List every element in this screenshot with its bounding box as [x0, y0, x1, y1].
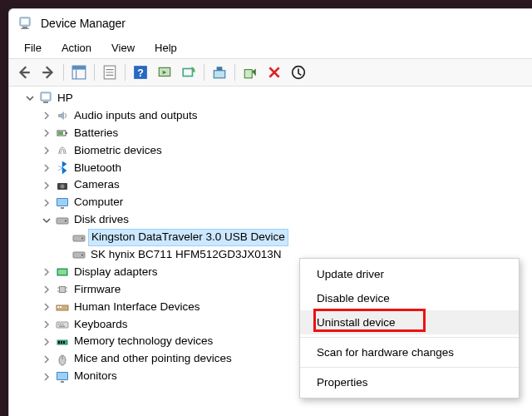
- svg-rect-61: [61, 381, 64, 383]
- svg-rect-30: [61, 207, 64, 209]
- menu-separator: [300, 367, 519, 368]
- window-title: Device Manager: [41, 17, 126, 30]
- svg-rect-46: [57, 306, 59, 308]
- node-label: Kingston DataTraveler 3.0 USB Device: [89, 230, 288, 245]
- toolbar: ?: [9, 58, 532, 87]
- svg-rect-60: [57, 373, 67, 379]
- menu-bar: File Action View Help: [9, 37, 532, 58]
- svg-rect-52: [59, 326, 65, 328]
- disk-icon: [71, 230, 86, 245]
- show-hide-tree-button[interactable]: [67, 62, 91, 83]
- svg-point-36: [81, 255, 83, 256]
- svg-rect-3: [21, 28, 29, 29]
- expand-icon[interactable]: [41, 371, 52, 383]
- menu-action[interactable]: Action: [53, 39, 100, 57]
- expand-icon[interactable]: [41, 354, 52, 365]
- svg-rect-47: [60, 306, 62, 308]
- ctx-scan-hardware[interactable]: Scan for hardware changes: [300, 340, 519, 364]
- ctx-disable-device[interactable]: Disable device: [300, 286, 519, 310]
- node-label: Firmware: [72, 282, 122, 298]
- node-label: HP: [56, 91, 75, 106]
- node-label: Batteries: [72, 126, 120, 141]
- category-node[interactable]: Biometric devices: [41, 142, 532, 160]
- svg-rect-40: [60, 287, 65, 292]
- keyboard-icon: [55, 317, 70, 332]
- forward-button[interactable]: [37, 62, 60, 83]
- collapse-icon[interactable]: [41, 215, 52, 226]
- view-devices-button[interactable]: [153, 62, 176, 83]
- menu-help[interactable]: Help: [146, 39, 185, 57]
- disable-device-button[interactable]: [263, 62, 286, 83]
- category-node[interactable]: Batteries: [41, 125, 532, 142]
- camera-icon: [55, 178, 70, 193]
- app-icon: [17, 16, 32, 31]
- category-node[interactable]: Cameras: [41, 176, 532, 194]
- svg-rect-18: [244, 70, 252, 78]
- hid-icon: [55, 300, 70, 314]
- node-label: Audio inputs and outputs: [72, 108, 200, 124]
- node-label: Memory technology devices: [72, 334, 214, 349]
- category-node[interactable]: Computer: [41, 194, 532, 211]
- svg-rect-49: [58, 324, 60, 325]
- svg-rect-56: [63, 341, 65, 344]
- memory-icon: [55, 334, 70, 349]
- category-node-expanded[interactable]: Disk drives: [41, 211, 532, 229]
- title-bar: Device Manager: [9, 9, 532, 37]
- device-node-selected[interactable]: Kingston DataTraveler 3.0 USB Device: [57, 229, 532, 246]
- back-button[interactable]: [12, 62, 36, 83]
- ctx-properties[interactable]: Properties: [300, 370, 519, 394]
- expand-icon[interactable]: [24, 92, 36, 104]
- properties-button[interactable]: [98, 62, 121, 83]
- disk-icon: [55, 213, 70, 228]
- uninstall-device-button[interactable]: [287, 62, 310, 83]
- menu-file[interactable]: File: [16, 39, 50, 57]
- expand-icon[interactable]: [41, 266, 52, 278]
- menu-separator: [300, 337, 519, 338]
- ctx-uninstall-device[interactable]: Uninstall device: [300, 310, 519, 334]
- enable-device-button[interactable]: [239, 62, 262, 83]
- node-label: Mice and other pointing devices: [72, 351, 234, 367]
- svg-rect-51: [62, 324, 64, 325]
- battery-icon: [55, 126, 70, 141]
- disk-icon: [71, 247, 86, 262]
- expand-icon[interactable]: [41, 180, 52, 191]
- svg-point-32: [65, 220, 66, 221]
- update-driver-button[interactable]: [208, 62, 231, 83]
- svg-text:?: ?: [137, 67, 144, 79]
- svg-rect-2: [22, 27, 27, 28]
- expand-icon[interactable]: [41, 336, 52, 348]
- expand-icon[interactable]: [41, 162, 52, 174]
- root-node[interactable]: HP: [24, 90, 532, 107]
- node-label: Disk drives: [72, 212, 131, 228]
- node-label: Keyboards: [72, 317, 130, 333]
- svg-rect-29: [57, 199, 67, 206]
- node-label: SK hynix BC711 HFM512GD3JX013N: [89, 247, 283, 263]
- node-label: Computer: [72, 195, 125, 210]
- scan-hardware-button[interactable]: [177, 62, 200, 83]
- chip-icon: [55, 282, 70, 297]
- expand-icon[interactable]: [41, 197, 52, 209]
- monitor-icon: [55, 196, 70, 210]
- bluetooth-icon: [55, 161, 70, 176]
- expand-icon[interactable]: [41, 145, 52, 156]
- svg-rect-25: [58, 131, 63, 135]
- expand-icon[interactable]: [41, 301, 52, 313]
- expand-icon[interactable]: [41, 127, 52, 139]
- svg-point-27: [61, 184, 65, 188]
- svg-point-34: [81, 237, 83, 239]
- svg-rect-55: [61, 341, 62, 344]
- help-button[interactable]: ?: [129, 62, 152, 83]
- svg-rect-22: [43, 102, 48, 103]
- expand-icon[interactable]: [41, 319, 52, 330]
- category-node[interactable]: Audio inputs and outputs: [41, 107, 532, 125]
- svg-rect-54: [58, 341, 60, 344]
- node-label: Display adapters: [72, 265, 160, 280]
- expand-icon[interactable]: [41, 284, 52, 295]
- category-node[interactable]: Bluetooth: [41, 160, 532, 177]
- ctx-update-driver[interactable]: Update driver: [300, 262, 519, 286]
- svg-rect-24: [66, 132, 67, 134]
- expand-icon[interactable]: [41, 110, 52, 121]
- node-label: Bluetooth: [72, 161, 123, 176]
- menu-view[interactable]: View: [103, 39, 143, 57]
- node-label: Biometric devices: [72, 143, 164, 159]
